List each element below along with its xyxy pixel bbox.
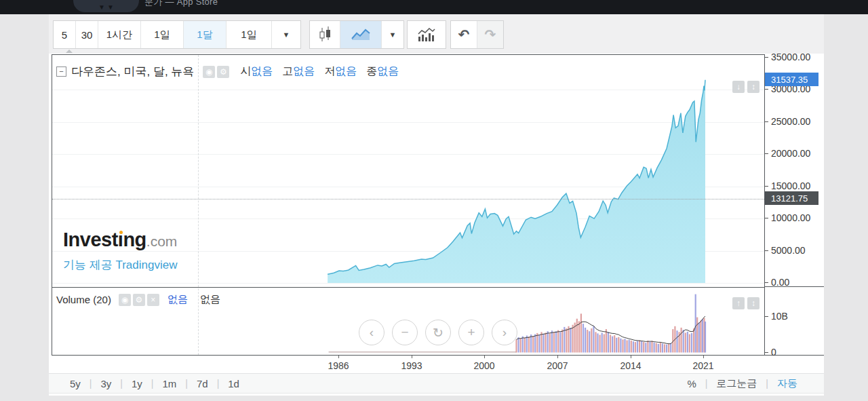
volume-bar xyxy=(524,338,526,353)
time-tick-label: 2014 xyxy=(616,360,646,371)
volume-bar xyxy=(687,332,688,353)
volume-bar xyxy=(549,333,551,352)
time-tick-mark xyxy=(631,356,631,358)
log-scale-button[interactable]: 로그눈금 xyxy=(716,377,757,390)
ohlc-values: 시없음고없음저없음종없음 xyxy=(240,64,408,79)
interval-dropdown-button[interactable]: ▼ xyxy=(272,21,300,48)
volume-bar xyxy=(551,330,553,352)
ohlc-value-link[interactable]: 없음 xyxy=(293,65,315,77)
eye-icon[interactable]: ◉ xyxy=(203,66,215,78)
time-tick-mark xyxy=(338,356,339,358)
move-pane-down-button[interactable]: ↓ xyxy=(732,81,745,93)
interval-button-5[interactable]: 5 xyxy=(54,21,76,48)
volume-bar xyxy=(591,328,592,353)
interval-button-1시간[interactable]: 1시간 xyxy=(98,21,141,48)
pane-separator[interactable] xyxy=(52,287,764,288)
toolbar-collapse-handle[interactable] xyxy=(56,48,83,54)
time-tick-label: 1986 xyxy=(323,360,353,371)
interval-button-30[interactable]: 30 xyxy=(76,21,98,48)
volume-bar xyxy=(604,335,605,353)
volume-bar xyxy=(518,337,519,352)
reset-view-button[interactable]: ↻ xyxy=(425,320,451,345)
volume-bar xyxy=(599,335,601,353)
volume-bar xyxy=(622,339,623,352)
interval-button-1일[interactable]: 1일 xyxy=(141,21,184,48)
area-chart-icon xyxy=(350,27,372,42)
volume-baseline xyxy=(329,351,517,352)
indicators-button-group xyxy=(407,20,446,49)
volume-bar xyxy=(647,341,648,353)
volume-bar xyxy=(526,336,528,353)
tradingview-attribution[interactable]: 기능 제공 Tradingview xyxy=(63,257,177,273)
candlestick-icon xyxy=(317,26,332,43)
candlestick-style-button[interactable] xyxy=(310,21,340,48)
volume-bar xyxy=(695,294,696,353)
volume-value: 없음 xyxy=(200,293,220,306)
chart-canvas[interactable] xyxy=(52,55,764,355)
volume-bar xyxy=(664,344,665,352)
volume-bar xyxy=(689,335,690,353)
price-tick-label: 20000.00 xyxy=(765,148,810,159)
move-pane-up-button[interactable]: ↑ xyxy=(732,297,745,309)
volume-bar xyxy=(691,333,692,353)
volume-value-link[interactable]: 없음 xyxy=(167,293,188,306)
main-pane-controls: ↓↕ xyxy=(732,81,760,93)
volume-tick-label: 0 xyxy=(765,347,776,358)
ohlc-value-link[interactable]: 없음 xyxy=(377,65,399,77)
reference-price-badge: 13121.75 xyxy=(765,191,818,205)
interval-button-1일[interactable]: 1일 xyxy=(226,21,272,48)
legend-collapse-button[interactable]: − xyxy=(56,66,66,77)
range-button-5y[interactable]: 5y xyxy=(70,378,81,389)
interval-button-1달[interactable]: 1달 xyxy=(184,21,226,48)
range-button-1y[interactable]: 1y xyxy=(132,378,142,389)
style-dropdown-button[interactable]: ▼ xyxy=(382,21,403,48)
range-button-1m[interactable]: 1m xyxy=(162,378,176,389)
volume-bar xyxy=(528,337,530,352)
percent-scale-button[interactable]: % xyxy=(687,378,696,389)
eye-icon[interactable]: ◉ xyxy=(119,294,131,306)
time-axis[interactable]: 198619932000200720142021 xyxy=(52,356,765,375)
gear-icon[interactable]: ⚙ xyxy=(133,294,145,306)
volume-bar xyxy=(597,333,598,352)
redo-button[interactable]: ↷ xyxy=(477,21,503,48)
price-tick-label: 25000.00 xyxy=(765,116,810,127)
indicators-button[interactable] xyxy=(408,21,446,48)
volume-bar xyxy=(620,339,621,353)
range-button-3y[interactable]: 3y xyxy=(100,378,111,389)
zoom-in-button[interactable]: + xyxy=(458,320,484,345)
investing-watermark[interactable]: Investıng.com 기능 제공 Tradingview xyxy=(63,229,177,273)
ohlc-value-link[interactable]: 없음 xyxy=(251,65,273,77)
ohlc-value-link[interactable]: 없음 xyxy=(335,65,357,77)
close-icon[interactable]: × xyxy=(147,294,159,306)
auto-scale-button[interactable]: 자동 xyxy=(777,377,797,390)
volume-bar xyxy=(666,345,667,353)
separator: | xyxy=(90,378,92,389)
ohlc-label: 저 xyxy=(324,65,335,77)
price-tick-label: 35000.00 xyxy=(765,52,810,62)
chevron-down-icon: ▼ xyxy=(98,4,105,11)
pan-right-button[interactable]: › xyxy=(492,320,517,345)
chart-area[interactable]: − 다우존스, 미국, 달, 뉴욕 ◉ ⚙ 시없음고없음저없음종없음 Inves… xyxy=(52,54,765,356)
volume-bar xyxy=(618,337,619,353)
range-button-1d[interactable]: 1d xyxy=(228,378,239,389)
app-store-logo[interactable]: ▼▼ xyxy=(73,0,139,12)
resize-pane-button[interactable]: ↕ xyxy=(747,297,760,309)
tick-mark xyxy=(765,282,768,283)
area-style-button[interactable] xyxy=(340,21,382,48)
ohlc-pair: 저없음 xyxy=(324,64,357,79)
resize-pane-button[interactable]: ↕ xyxy=(747,81,760,93)
undo-button[interactable]: ↶ xyxy=(451,21,477,48)
pan-left-button[interactable]: ‹ xyxy=(359,320,384,345)
volume-bar xyxy=(557,330,559,353)
volume-bar xyxy=(705,322,706,353)
range-button-7d[interactable]: 7d xyxy=(197,378,208,389)
ohlc-label: 종 xyxy=(366,65,377,77)
tick-mark xyxy=(765,153,768,154)
gear-icon[interactable]: ⚙ xyxy=(217,66,229,78)
zoom-out-button[interactable]: − xyxy=(392,320,418,345)
chart-style-button-group: ▼ xyxy=(309,20,404,49)
volume-bar xyxy=(683,330,684,352)
volume-bar xyxy=(693,328,694,353)
volume-legend: Volume (20) ◉ ⚙ × 없음 없음 xyxy=(56,293,220,306)
price-axis[interactable]: 35000.0030000.0025000.0020000.0015000.00… xyxy=(765,54,824,356)
